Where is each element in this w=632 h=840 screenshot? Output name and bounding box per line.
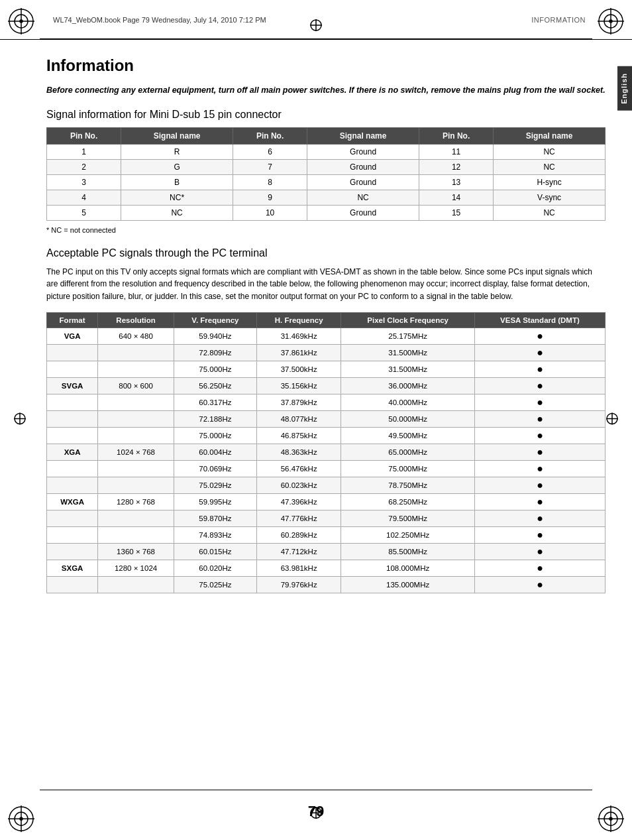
table-row: 1360 × 768 bbox=[98, 543, 174, 560]
table-row: 75.000Hz bbox=[174, 361, 256, 377]
table-row: NC bbox=[307, 190, 419, 205]
signal-col-1-header: Signal name bbox=[121, 127, 233, 144]
table-row: 59.870Hz bbox=[174, 510, 256, 526]
table-row bbox=[98, 477, 174, 493]
table-row bbox=[98, 460, 174, 477]
table-row: 12 bbox=[419, 159, 493, 174]
pc-body-text: The PC input on this TV only accepts sig… bbox=[46, 266, 606, 303]
corner-decoration-br bbox=[595, 803, 627, 835]
table-row: 60.289kHz bbox=[256, 526, 341, 543]
table-row: 8 bbox=[233, 174, 307, 190]
table-row: 60.023kHz bbox=[256, 477, 341, 493]
table-row: 85.500MHz bbox=[341, 543, 475, 560]
table-row: Ground bbox=[307, 174, 419, 190]
table-row: R bbox=[121, 144, 233, 159]
pin-footnote: * NC = not connected bbox=[46, 226, 606, 234]
table-row: NC bbox=[494, 144, 606, 159]
table-row: 47.396kHz bbox=[256, 493, 341, 510]
pc-table-header: V. Frequency bbox=[174, 312, 256, 328]
table-row: 68.250MHz bbox=[341, 493, 475, 510]
table-row: ● bbox=[474, 361, 605, 377]
table-row: ● bbox=[474, 560, 605, 576]
table-row: 70.069Hz bbox=[174, 460, 256, 477]
table-row: 75.025Hz bbox=[174, 576, 256, 593]
table-row bbox=[47, 394, 98, 410]
table-row: ● bbox=[474, 427, 605, 444]
table-row: 1 bbox=[47, 144, 121, 159]
table-row: ● bbox=[474, 344, 605, 361]
table-row: NC bbox=[494, 159, 606, 174]
table-row: XGA bbox=[47, 444, 98, 460]
table-row: 31.500MHz bbox=[341, 361, 475, 377]
book-info: WL74_WebOM.book Page 79 Wednesday, July … bbox=[53, 16, 266, 24]
bottom-divider bbox=[40, 790, 592, 790]
warning-text: Before connecting any external equipment… bbox=[46, 84, 606, 97]
table-row: 78.750MHz bbox=[341, 477, 475, 493]
table-row: 10 bbox=[233, 205, 307, 220]
table-row: 60.020Hz bbox=[174, 560, 256, 576]
table-row: 7 bbox=[233, 159, 307, 174]
table-row bbox=[47, 460, 98, 477]
table-row: 79.500MHz bbox=[341, 510, 475, 526]
table-row: 35.156kHz bbox=[256, 377, 341, 394]
table-row: 31.500MHz bbox=[341, 344, 475, 361]
table-row: ● bbox=[474, 510, 605, 526]
table-row bbox=[47, 526, 98, 543]
table-row: Ground bbox=[307, 144, 419, 159]
table-row: 135.000MHz bbox=[341, 576, 475, 593]
table-row: ● bbox=[474, 377, 605, 394]
table-row bbox=[47, 410, 98, 427]
table-row: 59.940Hz bbox=[174, 328, 256, 344]
table-row bbox=[47, 344, 98, 361]
table-row: 60.015Hz bbox=[174, 543, 256, 560]
pc-table-header: Pixel Clock Frequency bbox=[341, 312, 475, 328]
table-row: 63.981kHz bbox=[256, 560, 341, 576]
pin-col-3-header: Pin No. bbox=[419, 127, 493, 144]
table-row: ● bbox=[474, 460, 605, 477]
table-row bbox=[47, 576, 98, 593]
table-row: 74.893Hz bbox=[174, 526, 256, 543]
pin-table: Pin No. Signal name Pin No. Signal name … bbox=[46, 127, 606, 221]
svg-point-19 bbox=[609, 817, 612, 820]
table-row: 75.000Hz bbox=[174, 427, 256, 444]
table-row: 50.000MHz bbox=[341, 410, 475, 427]
table-row bbox=[98, 394, 174, 410]
table-row bbox=[98, 576, 174, 593]
pin-section-heading: Signal information for Mini D-sub 15 pin… bbox=[46, 109, 606, 121]
table-row: 14 bbox=[419, 190, 493, 205]
table-row: 102.250MHz bbox=[341, 526, 475, 543]
table-row: 6 bbox=[233, 144, 307, 159]
table-row: 75.029Hz bbox=[174, 477, 256, 493]
table-row: 37.500kHz bbox=[256, 361, 341, 377]
table-row: ● bbox=[474, 328, 605, 344]
table-row: NC bbox=[494, 205, 606, 220]
table-row: NC* bbox=[121, 190, 233, 205]
table-row: Ground bbox=[307, 205, 419, 220]
table-row: SVGA bbox=[47, 377, 98, 394]
table-row: ● bbox=[474, 526, 605, 543]
pc-signals-table: FormatResolutionV. FrequencyH. Frequency… bbox=[46, 312, 606, 593]
table-row: 60.317Hz bbox=[174, 394, 256, 410]
table-row: 48.077kHz bbox=[256, 410, 341, 427]
table-row: 56.476kHz bbox=[256, 460, 341, 477]
table-row: V-sync bbox=[494, 190, 606, 205]
table-row: 56.250Hz bbox=[174, 377, 256, 394]
pin-col-1-header: Pin No. bbox=[47, 127, 121, 144]
table-row: ● bbox=[474, 477, 605, 493]
table-row: 25.175MHz bbox=[341, 328, 475, 344]
table-row: 1024 × 768 bbox=[98, 444, 174, 460]
table-row: 47.712kHz bbox=[256, 543, 341, 560]
section-label: INFORMATION bbox=[531, 16, 586, 24]
table-row bbox=[47, 543, 98, 560]
table-row: ● bbox=[474, 394, 605, 410]
table-row bbox=[98, 410, 174, 427]
table-row bbox=[98, 510, 174, 526]
signal-col-3-header: Signal name bbox=[494, 127, 606, 144]
table-row: 72.809Hz bbox=[174, 344, 256, 361]
table-row: 4 bbox=[47, 190, 121, 205]
table-row: SXGA bbox=[47, 560, 98, 576]
reg-mark-right bbox=[606, 412, 619, 428]
table-row: 9 bbox=[233, 190, 307, 205]
table-row: ● bbox=[474, 444, 605, 460]
table-row: 640 × 480 bbox=[98, 328, 174, 344]
